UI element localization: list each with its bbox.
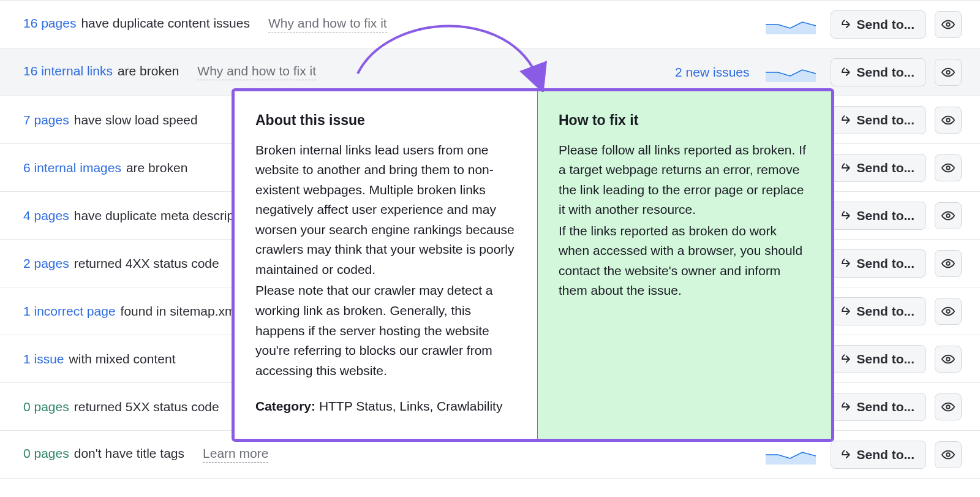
send-to-button[interactable]: Send to...	[831, 393, 927, 421]
eye-icon	[941, 448, 955, 461]
send-to-label: Send to...	[857, 447, 915, 462]
issue-description: have slow load speed	[74, 113, 198, 127]
issue-count-link[interactable]: 2 pages	[23, 256, 69, 271]
redirect-icon	[840, 210, 852, 222]
issue-description: returned 5XX status code	[74, 400, 219, 414]
issue-row: 16 pageshave duplicate content issuesWhy…	[0, 1, 980, 48]
popover-fix-panel: How to fix it Please follow all links re…	[537, 91, 831, 439]
issue-description: returned 4XX status code	[74, 256, 219, 271]
new-issues-link[interactable]: 2 new issues	[675, 65, 749, 80]
toggle-visibility-button[interactable]	[935, 393, 962, 420]
learn-more-link[interactable]: Learn more	[203, 446, 268, 463]
toggle-visibility-button[interactable]	[935, 250, 962, 277]
eye-icon	[941, 113, 955, 127]
trend-sparkline	[766, 13, 816, 36]
issue-text: 16 pageshave duplicate content issuesWhy…	[23, 16, 387, 32]
issue-text: 1 incorrect pagefound in sitemap.xml	[23, 304, 238, 319]
send-to-button[interactable]: Send to...	[831, 249, 927, 278]
popover-about-body-1: Broken internal links lead users from on…	[255, 140, 516, 280]
issue-count-link[interactable]: 16 internal links	[23, 64, 113, 78]
issue-text: 0 pagesdon't have title tagsLearn more	[23, 446, 268, 463]
popover-about-panel: About this issue Broken internal links l…	[235, 91, 537, 439]
send-to-label: Send to...	[857, 256, 915, 271]
trend-sparkline	[766, 61, 816, 83]
issue-description: are broken	[126, 161, 187, 175]
popover-category: Category: HTTP Status, Links, Crawlabili…	[255, 396, 516, 417]
toggle-visibility-button[interactable]	[935, 298, 962, 325]
svg-point-4	[946, 214, 950, 218]
svg-point-7	[946, 357, 950, 361]
issue-count-link[interactable]: 1 issue	[23, 352, 64, 366]
toggle-visibility-button[interactable]	[935, 107, 962, 134]
send-to-label: Send to...	[857, 17, 915, 32]
issue-count-link[interactable]: 7 pages	[23, 113, 69, 127]
send-to-button[interactable]: Send to...	[831, 297, 927, 325]
toggle-visibility-button[interactable]	[935, 11, 962, 38]
issue-help-popover: About this issue Broken internal links l…	[232, 88, 834, 442]
issue-text: 6 internal imagesare broken	[23, 161, 187, 175]
issue-description: found in sitemap.xml	[121, 304, 239, 319]
issue-text: 0 pagesreturned 5XX status code	[23, 400, 219, 414]
send-to-button[interactable]: Send to...	[831, 441, 927, 469]
send-to-label: Send to...	[857, 352, 915, 366]
issue-count-link[interactable]: 4 pages	[23, 208, 69, 223]
send-to-button[interactable]: Send to...	[831, 202, 927, 230]
toggle-visibility-button[interactable]	[935, 154, 962, 181]
send-to-label: Send to...	[857, 113, 915, 127]
svg-point-0	[946, 23, 950, 26]
popover-fix-title: How to fix it	[559, 110, 810, 132]
send-to-button[interactable]: Send to...	[831, 106, 927, 134]
svg-point-1	[946, 70, 950, 74]
popover-about-title: About this issue	[255, 110, 516, 132]
send-to-button[interactable]: Send to...	[831, 345, 927, 373]
send-to-label: Send to...	[857, 208, 915, 223]
redirect-icon	[840, 257, 852, 270]
toggle-visibility-button[interactable]	[935, 346, 962, 373]
send-to-button[interactable]: Send to...	[831, 154, 927, 182]
issue-text: 7 pageshave slow load speed	[23, 113, 198, 127]
eye-icon	[941, 161, 955, 175]
issue-text: 1 issuewith mixed content	[23, 352, 175, 366]
send-to-button[interactable]: Send to...	[831, 10, 927, 39]
eye-icon	[941, 352, 955, 366]
send-to-label: Send to...	[857, 304, 915, 319]
eye-icon	[941, 305, 955, 318]
popover-fix-body-1: Please follow all links reported as brok…	[559, 140, 810, 220]
send-to-label: Send to...	[857, 65, 915, 80]
toggle-visibility-button[interactable]	[935, 441, 962, 468]
issue-description: have duplicate content issues	[81, 16, 250, 31]
issue-count-link[interactable]: 6 internal images	[23, 161, 121, 175]
popover-about-body-2: Please note that our crawler may detect …	[255, 281, 516, 381]
send-to-button[interactable]: Send to...	[831, 58, 927, 86]
toggle-visibility-button[interactable]	[935, 202, 962, 229]
toggle-visibility-button[interactable]	[935, 59, 962, 86]
redirect-icon	[840, 18, 852, 31]
eye-icon	[941, 66, 955, 79]
svg-point-6	[946, 309, 950, 313]
why-and-how-link[interactable]: Why and how to fix it	[197, 64, 316, 80]
issue-count-link[interactable]: 16 pages	[23, 16, 76, 31]
issue-count-link[interactable]: 1 incorrect page	[23, 304, 116, 319]
issue-description: are broken	[118, 64, 179, 78]
eye-icon	[941, 400, 955, 414]
redirect-icon	[840, 114, 852, 126]
issue-description: with mixed content	[69, 352, 176, 366]
eye-icon	[941, 18, 955, 31]
redirect-icon	[840, 162, 852, 174]
svg-point-5	[946, 262, 950, 265]
svg-point-2	[946, 118, 950, 122]
issue-count-link[interactable]: 0 pages	[23, 400, 69, 414]
trend-sparkline	[766, 444, 816, 466]
redirect-icon	[840, 401, 852, 413]
redirect-icon	[840, 305, 852, 317]
issue-text: 4 pageshave duplicate meta descriptions	[23, 208, 262, 223]
svg-point-3	[946, 166, 950, 170]
svg-point-8	[946, 405, 950, 409]
redirect-icon	[840, 66, 852, 78]
popover-fix-body-2: If the links reported as broken do work …	[559, 221, 810, 301]
eye-icon	[941, 257, 955, 270]
svg-point-9	[946, 453, 950, 457]
issue-text: 16 internal linksare brokenWhy and how t…	[23, 64, 316, 80]
issue-count-link[interactable]: 0 pages	[23, 446, 69, 461]
why-and-how-link[interactable]: Why and how to fix it	[268, 16, 387, 32]
